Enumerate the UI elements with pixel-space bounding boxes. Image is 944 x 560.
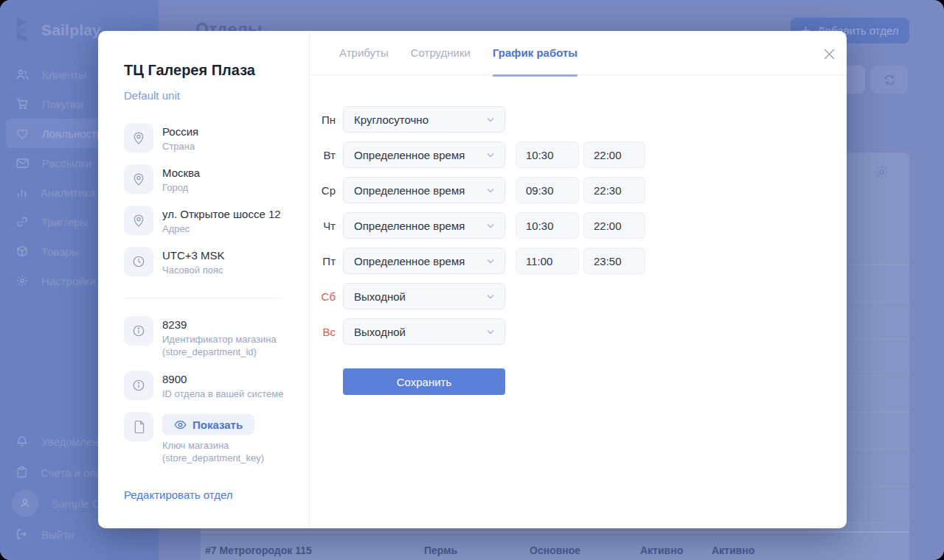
chevron-down-icon	[487, 153, 494, 158]
select-value: Выходной	[354, 290, 406, 303]
schedule-mode-select[interactable]: Круглосуточно	[343, 106, 505, 133]
location-pin-icon	[124, 164, 153, 194]
store-info-panel: ТЦ Галерея Плаза Default unit РоссияСтра…	[98, 31, 310, 528]
modal-tabs-header: Атрибуты Сотрудники График работы	[310, 31, 847, 75]
day-label: Пн	[299, 106, 336, 133]
day-label: Чт	[299, 212, 336, 239]
close-icon[interactable]	[824, 49, 835, 60]
attribute-label: Страна	[162, 140, 302, 153]
select-value: Определенное время	[354, 149, 465, 161]
day-label: Пт	[299, 248, 336, 274]
select-value: Круглосуточно	[354, 113, 428, 126]
time-to-input[interactable]: 22:00	[583, 212, 645, 239]
schedule-mode-select[interactable]: Определенное время	[343, 212, 505, 239]
department-details-modal: ТЦ Галерея Плаза Default unit РоссияСтра…	[98, 31, 847, 528]
clock-icon	[124, 247, 153, 276]
tab-attributes[interactable]: Атрибуты	[339, 31, 389, 75]
eye-icon	[174, 420, 187, 430]
attribute-timezone: UTC+3 MSKЧасовой пояс	[124, 247, 302, 276]
day-label: Вт	[299, 141, 336, 168]
chevron-down-icon	[487, 188, 494, 193]
store-key-row	[124, 412, 153, 441]
schedule-mode-select[interactable]: Определенное время	[343, 177, 505, 203]
store-title: ТЦ Галерея Плаза	[124, 62, 255, 79]
select-value: Определенное время	[354, 184, 465, 197]
select-value: Определенное время	[354, 220, 465, 232]
attribute-country: РоссияСтрана	[124, 123, 302, 153]
location-pin-icon	[124, 123, 153, 153]
attribute-value: ул. Открытое шоссе 12	[162, 208, 302, 221]
time-from-input[interactable]: 10:30	[516, 212, 579, 239]
time-to-input[interactable]: 22:30	[583, 177, 645, 203]
schedule-mode-select[interactable]: Определенное время	[343, 141, 505, 168]
day-label: Ср	[299, 177, 336, 203]
time-from-input[interactable]: 09:30	[516, 177, 579, 203]
schedule-mode-select[interactable]: Выходной	[343, 318, 505, 345]
location-pin-icon	[124, 206, 153, 235]
save-button[interactable]: Сохранить	[343, 368, 505, 395]
chevron-down-icon	[487, 294, 494, 299]
attribute-address: ул. Открытое шоссе 12Адрес	[124, 206, 302, 235]
id-label: Идентификатор магазина (store_department…	[162, 333, 302, 358]
time-to-input[interactable]: 22:00	[583, 141, 645, 168]
app-root: Sailplay Клиенты Покупки Лояльность Расс…	[0, 0, 944, 560]
day-label: Сб	[299, 283, 336, 309]
id-label: ID отдела в вашей системе	[162, 388, 302, 400]
attribute-value: Москва	[162, 167, 302, 180]
tab-work-schedule[interactable]: График работы	[493, 31, 577, 75]
store-unit-label: Default unit	[124, 89, 180, 102]
attribute-value: Россия	[162, 125, 302, 139]
store-department-id: 8239Идентификатор магазина (store_depart…	[124, 316, 302, 358]
chevron-down-icon	[487, 223, 494, 228]
time-from-input[interactable]: 10:30	[516, 141, 579, 168]
attribute-label: Город	[162, 181, 302, 194]
external-department-id: 8900ID отдела в вашей системе	[124, 371, 302, 400]
attribute-value: UTC+3 MSK	[162, 249, 302, 262]
chevron-down-icon	[487, 259, 494, 264]
id-value: 8239	[162, 318, 302, 332]
attribute-label: Часовой пояс	[162, 264, 302, 276]
info-icon	[124, 316, 153, 346]
panel-divider	[124, 298, 282, 298]
time-from-input[interactable]: 11:00	[516, 248, 579, 274]
select-value: Выходной	[354, 326, 406, 338]
store-key-label: Ключ магазина (store_department_key)	[162, 439, 291, 464]
file-icon	[124, 412, 153, 441]
chevron-down-icon	[487, 117, 494, 122]
attribute-city: МоскваГород	[124, 164, 302, 194]
info-icon	[124, 371, 153, 400]
attribute-label: Адрес	[162, 223, 302, 235]
tab-employees[interactable]: Сотрудники	[411, 31, 471, 75]
chevron-down-icon	[487, 329, 494, 335]
time-to-input[interactable]: 23:50	[583, 248, 645, 274]
day-label: Вс	[299, 318, 336, 345]
select-value: Определенное время	[354, 255, 465, 267]
schedule-mode-select[interactable]: Выходной	[343, 283, 505, 309]
show-button-label: Показать	[192, 419, 243, 431]
show-store-key-button[interactable]: Показать	[162, 414, 254, 435]
schedule-mode-select[interactable]: Определенное время	[343, 248, 505, 274]
id-value: 8900	[162, 373, 302, 386]
edit-department-link[interactable]: Редактировать отдел	[124, 489, 233, 501]
